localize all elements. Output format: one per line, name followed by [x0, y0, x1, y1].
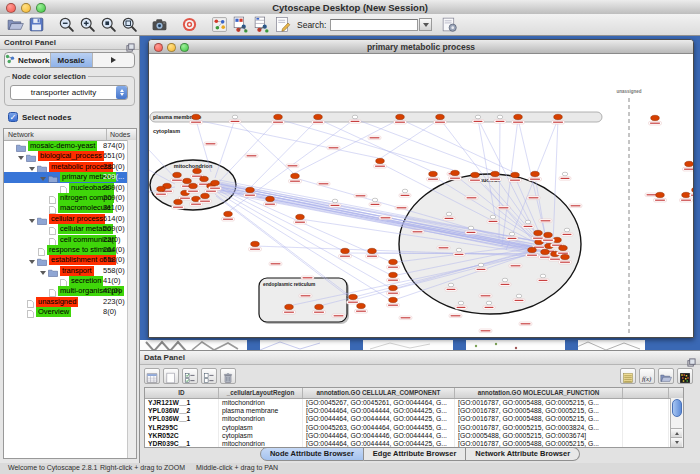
network-node[interactable] — [559, 245, 568, 250]
network-node[interactable] — [540, 274, 546, 278]
table-row[interactable]: YKR052Ccytoplasm[GO:0044464, GO:0044446,… — [145, 432, 683, 440]
network-node[interactable] — [341, 248, 350, 253]
network-node[interactable] — [511, 172, 520, 177]
network-edge[interactable] — [318, 119, 431, 171]
network-node[interactable] — [541, 249, 550, 254]
zoom-selected-icon[interactable] — [100, 16, 117, 33]
network-node[interactable] — [389, 285, 398, 290]
network-edge[interactable] — [378, 119, 440, 160]
help-icon[interactable] — [181, 16, 198, 33]
tree-row-secretion[interactable]: secretion41(0) — [4, 276, 136, 286]
tree-row-biological-process[interactable]: biological_process651(0) — [4, 151, 136, 161]
import-attributes-icon[interactable] — [658, 368, 674, 384]
network-node[interactable] — [475, 115, 481, 119]
network-node[interactable] — [266, 196, 275, 201]
network-node[interactable] — [656, 192, 665, 197]
layout-region-icon[interactable] — [211, 16, 228, 33]
network-node[interactable] — [468, 226, 474, 230]
float-panel-icon[interactable] — [687, 353, 696, 362]
select-attributes-icon[interactable] — [182, 368, 198, 384]
network-node[interactable] — [490, 215, 496, 219]
network-node[interactable] — [296, 214, 305, 219]
column-header--cellularlayoutregion[interactable]: _cellularLayoutRegion — [219, 388, 303, 398]
network-node[interactable] — [251, 241, 260, 246]
network-node[interactable] — [285, 304, 294, 309]
network-node[interactable] — [564, 228, 570, 232]
network-node[interactable] — [157, 186, 166, 191]
network-node[interactable] — [486, 301, 492, 305]
network-node[interactable] — [211, 180, 220, 185]
save-icon[interactable] — [28, 16, 45, 33]
network-node[interactable] — [514, 114, 523, 119]
snapshot-icon[interactable] — [151, 16, 168, 33]
zoom-in-icon[interactable] — [79, 16, 96, 33]
network-node[interactable] — [451, 170, 460, 175]
network-node[interactable] — [314, 114, 323, 119]
network-node[interactable] — [516, 294, 522, 298]
tree-row-overview[interactable]: Overview8(0) — [4, 307, 136, 317]
tree-scrollbar[interactable] — [127, 140, 136, 458]
network-view-titlebar[interactable]: primary metabolic process — [149, 40, 693, 54]
tree-row-multi-organism-pro[interactable]: multi-organism pro42(0) — [4, 286, 136, 296]
tab-overflow-arrow[interactable] — [93, 53, 134, 67]
import-table-icon[interactable] — [253, 16, 270, 33]
search-dropdown-button[interactable] — [419, 18, 432, 31]
node-color-dropdown[interactable]: transporter activity — [10, 85, 128, 100]
network-node[interactable] — [396, 114, 405, 119]
network-node[interactable] — [471, 172, 480, 177]
network-node[interactable] — [357, 303, 366, 308]
tree-column-network[interactable]: Network — [4, 129, 107, 140]
zoom-fit-icon[interactable] — [121, 16, 138, 33]
network-node[interactable] — [368, 248, 377, 253]
network-node[interactable] — [389, 259, 398, 264]
network-node[interactable] — [478, 263, 484, 267]
tree-row-cellular-metabo[interactable]: cellular metabo209(0) — [4, 224, 136, 234]
network-node[interactable] — [682, 192, 691, 197]
table-row[interactable]: YLR295Ccytoplasm[GO:0045263, GO:0044464,… — [145, 424, 683, 432]
network-node[interactable] — [183, 178, 192, 183]
network-node[interactable] — [376, 158, 385, 163]
select-nodes-checkbox[interactable]: ✓ — [8, 112, 18, 122]
network-node[interactable] — [389, 272, 398, 277]
expander-icon[interactable] — [29, 260, 35, 264]
network-node[interactable] — [200, 176, 209, 181]
search-options-icon[interactable] — [441, 16, 458, 33]
network-node[interactable] — [193, 168, 202, 173]
table-row[interactable]: YPL036W__2plasma membrane[GO:0044464, GO… — [145, 407, 683, 415]
search-input[interactable] — [330, 19, 418, 31]
tree-row-response-to-stimulu[interactable]: response to stimulu264(0) — [4, 245, 136, 255]
network-node[interactable] — [173, 172, 182, 177]
network-node[interactable] — [651, 115, 660, 120]
network-edge[interactable] — [196, 120, 378, 158]
network-edge[interactable] — [278, 119, 453, 170]
network-node[interactable] — [232, 115, 238, 119]
tab-network[interactable]: Network — [5, 53, 51, 67]
network-edge[interactable] — [355, 119, 493, 171]
column-header-empty[interactable] — [623, 388, 669, 398]
network-node[interactable] — [174, 199, 183, 204]
network-node[interactable] — [246, 187, 255, 192]
expander-icon[interactable] — [40, 271, 46, 275]
network-node[interactable] — [528, 247, 537, 252]
network-node[interactable] — [402, 189, 408, 193]
new-attribute-icon[interactable] — [163, 368, 179, 384]
network-node[interactable] — [554, 114, 563, 119]
tree-row-nitrogen-compo[interactable]: nitrogen compo209(0) — [4, 193, 136, 203]
tree-row-nucleobase-[interactable]: nucleobase-209(0) — [4, 183, 136, 193]
network-node[interactable] — [544, 232, 553, 237]
network-node[interactable] — [372, 198, 378, 202]
network-node[interactable] — [274, 114, 283, 119]
table-scrollbar[interactable] — [670, 398, 683, 447]
attribute-panel-icon[interactable] — [144, 368, 160, 384]
network-node[interactable] — [509, 232, 515, 236]
network-node[interactable] — [502, 278, 508, 282]
network-node[interactable] — [685, 161, 693, 166]
unselect-attributes-icon[interactable] — [201, 368, 217, 384]
network-node[interactable] — [291, 173, 300, 178]
network-node[interactable] — [315, 304, 324, 309]
tree-row-unassigned[interactable]: unassigned223(0) — [4, 297, 136, 307]
scrollbar-thumb[interactable] — [672, 399, 682, 417]
annotation-icon[interactable] — [274, 16, 291, 33]
network-node[interactable] — [448, 283, 454, 287]
network-node[interactable] — [491, 171, 500, 176]
